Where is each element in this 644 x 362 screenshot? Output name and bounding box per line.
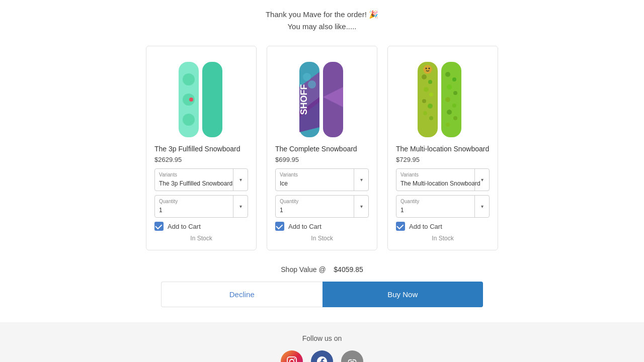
product-image-1 [154,54,248,145]
svg-point-29 [452,104,456,108]
quantity-dropdown-arrow-2[interactable]: ▾ [354,196,368,217]
variants-dropdown-arrow-1[interactable]: ▾ [233,169,248,191]
product-2-variants-field[interactable]: Variants Ice ▾ [275,168,369,191]
svg-point-18 [429,93,433,97]
you-may-like-message: You may also like..... [0,22,644,31]
svg-point-1 [183,73,195,85]
product-2-name: The Complete Snowboard [275,145,369,153]
product-1-checkbox[interactable] [154,222,164,231]
product-3-variants-field[interactable]: Variants The Multi-location Snowboard ▾ [396,168,490,191]
svg-point-17 [424,87,429,92]
product-image-3 [396,54,490,145]
svg-point-31 [453,116,457,120]
svg-point-33 [423,65,432,74]
svg-rect-5 [202,62,222,137]
product-2-quantity-label: Quantity [280,199,350,204]
svg-rect-23 [441,62,461,137]
product-3-quantity-value: 1 [400,207,404,214]
product-3-name: The Multi-location Snowboard [396,145,490,153]
product-1-variants-field[interactable]: Variants The 3p Fulfilled Snowboard ▾ [154,168,248,191]
decline-button[interactable]: Decline [161,282,323,307]
shop-value-amount: $4059.85 [334,265,363,274]
follow-title: Follow us on [0,334,644,342]
svg-point-24 [445,72,450,77]
svg-point-19 [422,99,426,103]
svg-text:SHOFF: SHOFF [299,84,309,115]
product-3-add-to-cart-row: Add to Cart [396,222,490,231]
svg-point-20 [428,104,433,109]
product-3-quantity-label: Quantity [400,199,470,204]
svg-point-16 [428,80,432,84]
svg-point-10 [303,73,311,81]
product-1-stock-status: In Stock [154,235,248,242]
product-1-add-to-cart-label: Add to Cart [168,223,201,230]
svg-point-11 [308,80,316,88]
snowboard-svg-2: SHOFF [297,57,347,142]
svg-point-22 [429,116,433,120]
product-1-add-to-cart-row: Add to Cart [154,222,248,231]
svg-point-3 [183,114,195,126]
variants-dropdown-arrow-3[interactable]: ▾ [475,169,489,191]
svg-point-15 [422,74,427,79]
product-1-variants-value: The 3p Fulfilled Snowboard [159,180,232,187]
svg-point-28 [445,97,450,102]
variants-dropdown-arrow-2[interactable]: ▾ [354,169,368,191]
product-2-price: $699.95 [275,156,369,163]
product-3-price: $729.95 [396,156,490,163]
product-card-3: The Multi-location Snowboard $729.95 Var… [387,46,498,250]
svg-point-27 [453,91,457,95]
product-card-1: The 3p Fulfilled Snowboard $2629.95 Vari… [146,46,257,250]
product-2-add-to-cart-row: Add to Cart [275,222,369,231]
svg-point-21 [423,111,427,115]
snowboard-svg-3 [415,57,470,142]
product-3-checkbox[interactable] [396,222,405,231]
products-section: The 3p Fulfilled Snowboard $2629.95 Vari… [0,36,644,260]
snowboard-svg-1 [176,57,226,142]
svg-point-32 [446,123,450,127]
svg-point-26 [447,84,452,89]
product-2-quantity-value: 1 [280,207,283,214]
product-2-checkbox[interactable] [275,222,284,231]
link-icon[interactable] [341,350,363,362]
instagram-icon[interactable] [281,350,303,362]
product-2-add-to-cart-label: Add to Cart [288,223,321,230]
facebook-icon[interactable] [311,350,333,362]
svg-point-35 [429,68,430,69]
product-1-quantity-value: 1 [159,207,163,214]
shop-value-label: Shop Value @ [281,265,326,274]
action-buttons: Decline Buy Now [161,282,483,307]
product-3-variants-label: Variants [400,172,470,177]
product-1-name: The 3p Fulfilled Snowboard [154,145,248,153]
follow-section: Follow us on [0,322,644,362]
buy-now-button[interactable]: Buy Now [323,282,484,307]
product-1-quantity-label: Quantity [159,199,229,204]
product-2-stock-status: In Stock [275,235,369,242]
product-2-quantity-field[interactable]: Quantity 1 ▾ [275,195,369,218]
product-3-quantity-field[interactable]: Quantity 1 ▾ [396,195,490,218]
quantity-dropdown-arrow-3[interactable]: ▾ [475,196,489,217]
svg-point-4 [189,98,193,102]
product-image-2: SHOFF [275,54,369,145]
svg-point-25 [452,77,456,81]
shop-value-row: Shop Value @ $4059.85 [0,260,644,282]
header-section: Thank you Mave for the order! 🎉 You may … [0,0,644,36]
page-wrapper: Thank you Mave for the order! 🎉 You may … [0,0,644,362]
product-2-variants-value: Ice [280,180,288,187]
product-1-variants-label: Variants [159,172,229,177]
product-3-stock-status: In Stock [396,235,490,242]
thank-you-message: Thank you Mave for the order! 🎉 [0,10,644,19]
social-icons [0,350,644,362]
product-3-variants-value: The Multi-location Snowboard [400,180,480,187]
product-3-add-to-cart-label: Add to Cart [409,223,442,230]
quantity-dropdown-arrow-1[interactable]: ▾ [233,196,248,217]
svg-point-34 [426,68,427,69]
product-1-quantity-field[interactable]: Quantity 1 ▾ [154,195,248,218]
svg-point-30 [447,110,452,115]
product-card-2: SHOFF The Complete Snowboard $699.95 Var… [267,46,377,250]
product-1-price: $2629.95 [154,156,248,163]
product-2-variants-label: Variants [280,172,350,177]
